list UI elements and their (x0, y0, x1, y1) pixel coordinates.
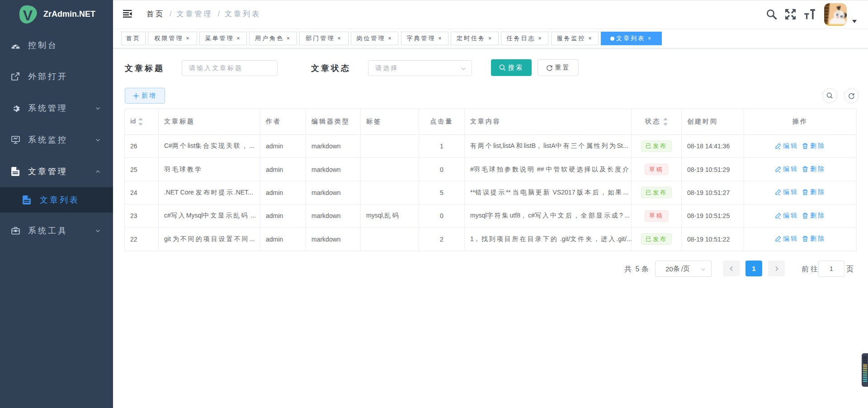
svg-text:V: V (23, 7, 33, 24)
